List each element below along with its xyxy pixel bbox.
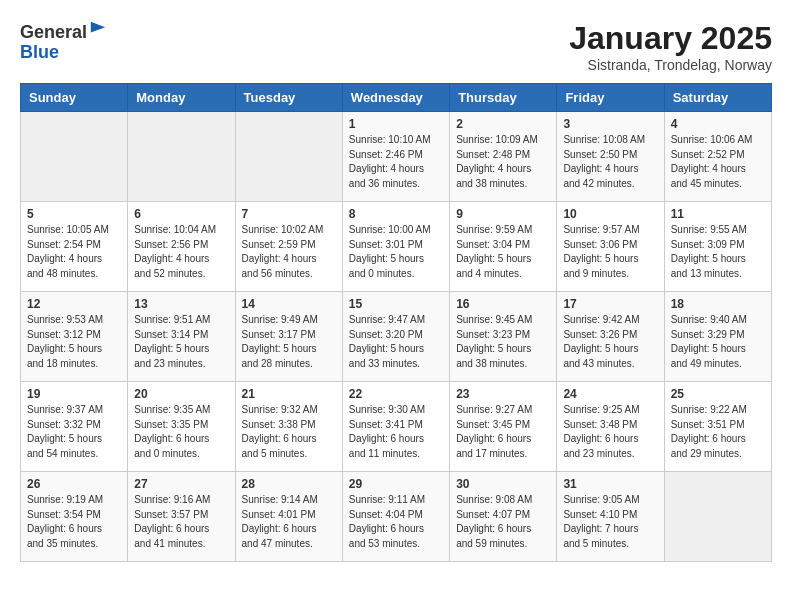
calendar-header: SundayMondayTuesdayWednesdayThursdayFrid… bbox=[21, 84, 772, 112]
calendar-cell: 26Sunrise: 9:19 AM Sunset: 3:54 PM Dayli… bbox=[21, 472, 128, 562]
day-info: Sunrise: 9:30 AM Sunset: 3:41 PM Dayligh… bbox=[349, 403, 443, 461]
day-info: Sunrise: 9:37 AM Sunset: 3:32 PM Dayligh… bbox=[27, 403, 121, 461]
day-number: 2 bbox=[456, 117, 550, 131]
day-number: 14 bbox=[242, 297, 336, 311]
logo-general: General bbox=[20, 22, 87, 42]
calendar-cell: 4Sunrise: 10:06 AM Sunset: 2:52 PM Dayli… bbox=[664, 112, 771, 202]
day-info: Sunrise: 9:57 AM Sunset: 3:06 PM Dayligh… bbox=[563, 223, 657, 281]
day-number: 6 bbox=[134, 207, 228, 221]
calendar-cell: 1Sunrise: 10:10 AM Sunset: 2:46 PM Dayli… bbox=[342, 112, 449, 202]
header-day-friday: Friday bbox=[557, 84, 664, 112]
calendar-title: January 2025 bbox=[569, 20, 772, 57]
calendar-cell bbox=[235, 112, 342, 202]
day-number: 17 bbox=[563, 297, 657, 311]
calendar-cell: 11Sunrise: 9:55 AM Sunset: 3:09 PM Dayli… bbox=[664, 202, 771, 292]
calendar-cell: 12Sunrise: 9:53 AM Sunset: 3:12 PM Dayli… bbox=[21, 292, 128, 382]
header-day-sunday: Sunday bbox=[21, 84, 128, 112]
day-number: 30 bbox=[456, 477, 550, 491]
header-day-tuesday: Tuesday bbox=[235, 84, 342, 112]
logo-flag-icon bbox=[89, 20, 107, 38]
calendar-cell bbox=[664, 472, 771, 562]
day-info: Sunrise: 10:08 AM Sunset: 2:50 PM Daylig… bbox=[563, 133, 657, 191]
calendar-cell: 3Sunrise: 10:08 AM Sunset: 2:50 PM Dayli… bbox=[557, 112, 664, 202]
calendar-cell: 23Sunrise: 9:27 AM Sunset: 3:45 PM Dayli… bbox=[450, 382, 557, 472]
day-number: 26 bbox=[27, 477, 121, 491]
calendar-cell: 9Sunrise: 9:59 AM Sunset: 3:04 PM Daylig… bbox=[450, 202, 557, 292]
calendar-cell: 15Sunrise: 9:47 AM Sunset: 3:20 PM Dayli… bbox=[342, 292, 449, 382]
day-info: Sunrise: 9:05 AM Sunset: 4:10 PM Dayligh… bbox=[563, 493, 657, 551]
day-number: 21 bbox=[242, 387, 336, 401]
day-number: 16 bbox=[456, 297, 550, 311]
day-info: Sunrise: 10:02 AM Sunset: 2:59 PM Daylig… bbox=[242, 223, 336, 281]
calendar-cell: 31Sunrise: 9:05 AM Sunset: 4:10 PM Dayli… bbox=[557, 472, 664, 562]
calendar-cell: 21Sunrise: 9:32 AM Sunset: 3:38 PM Dayli… bbox=[235, 382, 342, 472]
day-number: 13 bbox=[134, 297, 228, 311]
header-day-wednesday: Wednesday bbox=[342, 84, 449, 112]
day-number: 1 bbox=[349, 117, 443, 131]
day-info: Sunrise: 9:22 AM Sunset: 3:51 PM Dayligh… bbox=[671, 403, 765, 461]
day-info: Sunrise: 10:06 AM Sunset: 2:52 PM Daylig… bbox=[671, 133, 765, 191]
calendar-cell: 24Sunrise: 9:25 AM Sunset: 3:48 PM Dayli… bbox=[557, 382, 664, 472]
day-number: 9 bbox=[456, 207, 550, 221]
calendar-cell: 13Sunrise: 9:51 AM Sunset: 3:14 PM Dayli… bbox=[128, 292, 235, 382]
day-info: Sunrise: 10:09 AM Sunset: 2:48 PM Daylig… bbox=[456, 133, 550, 191]
day-number: 28 bbox=[242, 477, 336, 491]
calendar-cell: 25Sunrise: 9:22 AM Sunset: 3:51 PM Dayli… bbox=[664, 382, 771, 472]
day-info: Sunrise: 9:32 AM Sunset: 3:38 PM Dayligh… bbox=[242, 403, 336, 461]
day-info: Sunrise: 10:05 AM Sunset: 2:54 PM Daylig… bbox=[27, 223, 121, 281]
day-info: Sunrise: 9:51 AM Sunset: 3:14 PM Dayligh… bbox=[134, 313, 228, 371]
day-number: 31 bbox=[563, 477, 657, 491]
day-number: 29 bbox=[349, 477, 443, 491]
calendar-cell: 28Sunrise: 9:14 AM Sunset: 4:01 PM Dayli… bbox=[235, 472, 342, 562]
day-number: 18 bbox=[671, 297, 765, 311]
day-number: 23 bbox=[456, 387, 550, 401]
day-number: 10 bbox=[563, 207, 657, 221]
day-info: Sunrise: 9:35 AM Sunset: 3:35 PM Dayligh… bbox=[134, 403, 228, 461]
day-number: 5 bbox=[27, 207, 121, 221]
calendar-cell: 19Sunrise: 9:37 AM Sunset: 3:32 PM Dayli… bbox=[21, 382, 128, 472]
day-info: Sunrise: 9:16 AM Sunset: 3:57 PM Dayligh… bbox=[134, 493, 228, 551]
day-info: Sunrise: 10:00 AM Sunset: 3:01 PM Daylig… bbox=[349, 223, 443, 281]
calendar-cell: 29Sunrise: 9:11 AM Sunset: 4:04 PM Dayli… bbox=[342, 472, 449, 562]
day-info: Sunrise: 9:08 AM Sunset: 4:07 PM Dayligh… bbox=[456, 493, 550, 551]
calendar-week-1: 1Sunrise: 10:10 AM Sunset: 2:46 PM Dayli… bbox=[21, 112, 772, 202]
calendar-cell: 14Sunrise: 9:49 AM Sunset: 3:17 PM Dayli… bbox=[235, 292, 342, 382]
day-info: Sunrise: 9:11 AM Sunset: 4:04 PM Dayligh… bbox=[349, 493, 443, 551]
calendar-cell: 2Sunrise: 10:09 AM Sunset: 2:48 PM Dayli… bbox=[450, 112, 557, 202]
header-day-saturday: Saturday bbox=[664, 84, 771, 112]
calendar-cell: 6Sunrise: 10:04 AM Sunset: 2:56 PM Dayli… bbox=[128, 202, 235, 292]
header-row: SundayMondayTuesdayWednesdayThursdayFrid… bbox=[21, 84, 772, 112]
calendar-cell bbox=[128, 112, 235, 202]
day-number: 19 bbox=[27, 387, 121, 401]
day-number: 7 bbox=[242, 207, 336, 221]
calendar-week-5: 26Sunrise: 9:19 AM Sunset: 3:54 PM Dayli… bbox=[21, 472, 772, 562]
calendar-cell bbox=[21, 112, 128, 202]
calendar-cell: 7Sunrise: 10:02 AM Sunset: 2:59 PM Dayli… bbox=[235, 202, 342, 292]
day-number: 27 bbox=[134, 477, 228, 491]
calendar-cell: 10Sunrise: 9:57 AM Sunset: 3:06 PM Dayli… bbox=[557, 202, 664, 292]
calendar-cell: 20Sunrise: 9:35 AM Sunset: 3:35 PM Dayli… bbox=[128, 382, 235, 472]
logo: General Blue bbox=[20, 20, 107, 63]
logo-blue: Blue bbox=[20, 42, 59, 62]
calendar-cell: 18Sunrise: 9:40 AM Sunset: 3:29 PM Dayli… bbox=[664, 292, 771, 382]
calendar-subtitle: Sistranda, Trondelag, Norway bbox=[569, 57, 772, 73]
day-number: 20 bbox=[134, 387, 228, 401]
day-info: Sunrise: 9:55 AM Sunset: 3:09 PM Dayligh… bbox=[671, 223, 765, 281]
calendar-cell: 16Sunrise: 9:45 AM Sunset: 3:23 PM Dayli… bbox=[450, 292, 557, 382]
calendar-cell: 17Sunrise: 9:42 AM Sunset: 3:26 PM Dayli… bbox=[557, 292, 664, 382]
day-number: 25 bbox=[671, 387, 765, 401]
day-number: 4 bbox=[671, 117, 765, 131]
calendar-cell: 5Sunrise: 10:05 AM Sunset: 2:54 PM Dayli… bbox=[21, 202, 128, 292]
calendar-cell: 27Sunrise: 9:16 AM Sunset: 3:57 PM Dayli… bbox=[128, 472, 235, 562]
calendar-week-2: 5Sunrise: 10:05 AM Sunset: 2:54 PM Dayli… bbox=[21, 202, 772, 292]
day-info: Sunrise: 9:19 AM Sunset: 3:54 PM Dayligh… bbox=[27, 493, 121, 551]
day-info: Sunrise: 9:49 AM Sunset: 3:17 PM Dayligh… bbox=[242, 313, 336, 371]
day-info: Sunrise: 9:40 AM Sunset: 3:29 PM Dayligh… bbox=[671, 313, 765, 371]
day-info: Sunrise: 10:10 AM Sunset: 2:46 PM Daylig… bbox=[349, 133, 443, 191]
day-number: 8 bbox=[349, 207, 443, 221]
calendar-week-3: 12Sunrise: 9:53 AM Sunset: 3:12 PM Dayli… bbox=[21, 292, 772, 382]
header-day-thursday: Thursday bbox=[450, 84, 557, 112]
day-number: 24 bbox=[563, 387, 657, 401]
calendar-cell: 30Sunrise: 9:08 AM Sunset: 4:07 PM Dayli… bbox=[450, 472, 557, 562]
day-info: Sunrise: 10:04 AM Sunset: 2:56 PM Daylig… bbox=[134, 223, 228, 281]
